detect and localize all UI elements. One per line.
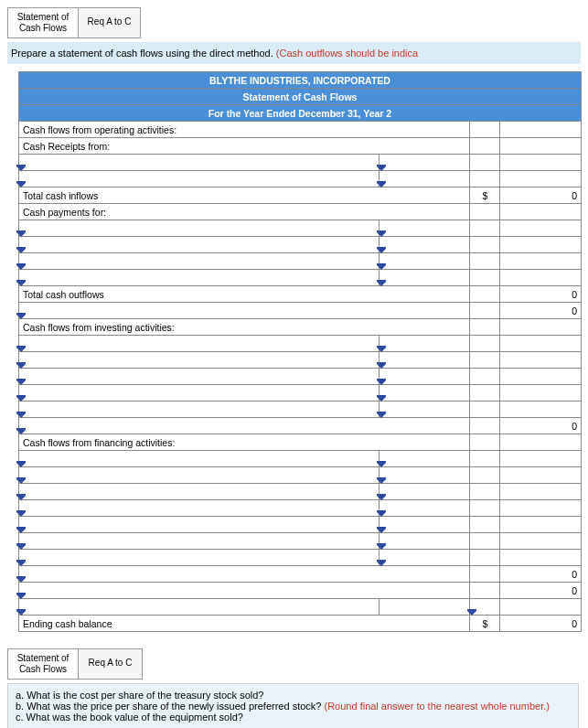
question-c: c. What was the book value of the equipm… [16, 712, 571, 723]
payment-amt-2[interactable] [379, 237, 470, 253]
dropdown-icon [16, 183, 26, 187]
bottom-tabs: Statement of Cash Flows Req A to C [7, 648, 581, 680]
tab2-req-a-to-c[interactable]: Req A to C [79, 648, 143, 680]
fin-line-2[interactable] [19, 467, 380, 484]
payment-amt-3[interactable] [379, 253, 470, 270]
tab-statement-of-cash-flows[interactable]: Statement of Cash Flows [7, 7, 79, 38]
total-outflows-value: 0 [500, 286, 582, 303]
invest-line-4[interactable] [19, 385, 380, 401]
begin-cash-sym[interactable] [470, 599, 500, 616]
operating-activities-label: Cash flows from operating activities: [19, 122, 470, 138]
total-cash-inflows-label: Total cash inflows [19, 187, 470, 204]
dropdown-icon [377, 282, 386, 286]
fin-amt-6[interactable] [379, 533, 470, 550]
net-financing-line[interactable] [19, 566, 470, 583]
payment-line-3[interactable] [19, 253, 380, 270]
begin-cash-line[interactable] [19, 599, 380, 616]
fin-line-5[interactable] [19, 517, 380, 533]
ending-cash-value: 0 [500, 616, 582, 632]
net-investing-line[interactable] [19, 418, 470, 434]
fin-amt-4[interactable] [379, 500, 470, 517]
invest-line-2[interactable] [19, 352, 380, 369]
net-change-value: 0 [500, 583, 582, 599]
payment-line-2[interactable] [19, 237, 380, 253]
payment-line-1[interactable] [19, 220, 380, 237]
tab-req-a-to-c[interactable]: Req A to C [79, 7, 141, 38]
net-financing-value: 0 [500, 566, 582, 583]
invest-amt-3[interactable] [379, 369, 470, 385]
top-tabs: Statement of Cash Flows Req A to C [7, 7, 581, 38]
receipt-line-1[interactable] [19, 155, 380, 171]
fin-line-1[interactable] [19, 451, 380, 467]
cash-flows-table: BLYTHE INDUSTRIES, INCORPORATED Statemen… [18, 71, 582, 632]
invest-amt-5[interactable] [379, 401, 470, 418]
dollar-sym-2: $ [470, 616, 500, 632]
period-header: For the Year Ended December 31, Year 2 [19, 105, 582, 122]
fin-line-6[interactable] [19, 533, 380, 550]
investing-activities-label: Cash flows from investing activities: [19, 319, 470, 336]
receipt-line-2[interactable] [19, 171, 380, 187]
company-header: BLYTHE INDUSTRIES, INCORPORATED [19, 72, 582, 89]
invest-amt-2[interactable] [379, 352, 470, 369]
receipt-amt-1[interactable] [379, 155, 470, 171]
invest-line-5[interactable] [19, 401, 380, 418]
receipt-amt-2[interactable] [379, 171, 470, 187]
dropdown-icon [16, 430, 26, 434]
total-cash-outflows-label: Total cash outflows [19, 286, 470, 303]
invest-line-1[interactable] [19, 336, 380, 352]
dropdown-icon [467, 611, 476, 616]
fin-line-7[interactable] [19, 550, 380, 566]
dropdown-icon [16, 282, 26, 286]
fin-amt-2[interactable] [379, 467, 470, 484]
net-operating-value: 0 [500, 303, 582, 319]
cash-payments-label: Cash payments for: [19, 204, 470, 220]
payment-line-4[interactable] [19, 270, 380, 286]
fin-amt-5[interactable] [379, 517, 470, 533]
net-change-line[interactable] [19, 583, 470, 599]
invest-line-3[interactable] [19, 369, 380, 385]
dollar-sym: $ [470, 187, 500, 204]
financing-activities-label: Cash flows from financing activities: [19, 434, 470, 451]
net-operating-line[interactable] [19, 303, 470, 319]
cash-receipts-label: Cash Receipts from: [19, 138, 470, 155]
invest-amt-4[interactable] [379, 385, 470, 401]
questions-box: a. What is the cost per share of the tre… [7, 683, 579, 728]
invest-amt-1[interactable] [379, 336, 470, 352]
dropdown-icon [16, 315, 26, 319]
total-inflows-value: 0 [500, 187, 582, 204]
fin-line-4[interactable] [19, 500, 380, 517]
dropdown-icon [377, 183, 386, 187]
question-b: b. What was the price per share of the n… [16, 701, 571, 712]
fin-amt-7[interactable] [379, 550, 470, 566]
ending-cash-label: Ending cash balance [19, 616, 470, 632]
instruction-bar: Prepare a statement of cash flows using … [7, 42, 581, 64]
fin-amt-1[interactable] [379, 451, 470, 467]
net-investing-value: 0 [500, 418, 582, 434]
fin-line-3[interactable] [19, 484, 380, 500]
title-header: Statement of Cash Flows [19, 89, 582, 105]
instruction-text: Prepare a statement of cash flows using … [11, 48, 276, 59]
payment-amt-1[interactable] [379, 220, 470, 237]
fin-amt-3[interactable] [379, 484, 470, 500]
dropdown-icon [16, 611, 26, 616]
tab2-statement-of-cash-flows[interactable]: Statement of Cash Flows [7, 648, 79, 680]
payment-amt-4[interactable] [379, 270, 470, 286]
instruction-red: (Cash outflows should be indica [276, 48, 418, 59]
question-a: a. What is the cost per share of the tre… [16, 690, 571, 701]
